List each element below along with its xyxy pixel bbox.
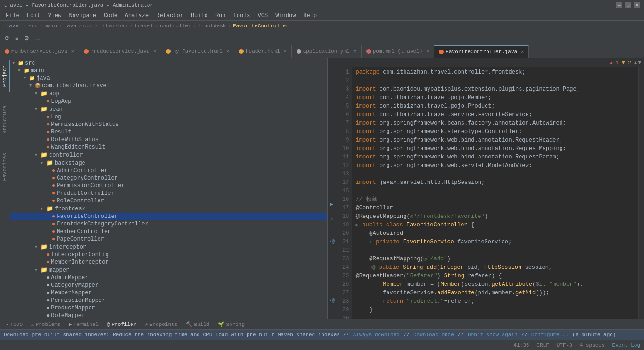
bottom-tab-endpoints[interactable]: ⚡ Endpoints xyxy=(141,320,181,328)
tree-node-productmapper[interactable]: ▶ ● ProductMapper xyxy=(10,304,327,312)
tree-node-productcontroller[interactable]: ▶ ● ProductController xyxy=(10,190,327,197)
bottom-tab-problems[interactable]: ⚠ Problems xyxy=(27,320,64,328)
tree-node-java[interactable]: ▼ 📁 java xyxy=(10,75,327,82)
download-once-link[interactable]: Download once xyxy=(413,332,454,338)
menu-item-window[interactable]: Window xyxy=(272,11,299,20)
bottom-tab-terminal[interactable]: ▶ Terminal xyxy=(65,320,102,328)
tree-node-pagecontroller[interactable]: ▶ ● PageController xyxy=(10,235,327,243)
tree-node-interceptor[interactable]: ▼ 📁 interceptor xyxy=(10,243,327,251)
tab-close-application[interactable]: ✕ xyxy=(354,49,356,54)
tree-node-membermapper[interactable]: ▶ ● MemberMapper xyxy=(10,289,327,297)
tree-node-rolemapper[interactable]: ▶ ● RoleMapper xyxy=(10,312,327,319)
code-line-10: import org.springframework.web.bind.anno… xyxy=(356,144,635,153)
tab-close-memberservice[interactable]: ✕ xyxy=(71,49,74,54)
menu-item-tools[interactable]: Tools xyxy=(230,11,254,20)
configure-link[interactable]: Configure... xyxy=(531,332,569,338)
tree-node-main[interactable]: ▼ 📁 main xyxy=(10,67,327,75)
tree-node-categorymapper[interactable]: ▶ ● CategoryMapper xyxy=(10,282,327,289)
tree-node-backstage[interactable]: ▼ 📁 backstage xyxy=(10,159,327,167)
tree-node-log[interactable]: ▶ ● Log xyxy=(10,113,327,121)
menu-item-help[interactable]: Help xyxy=(299,11,321,20)
tab-label-productservice: ProductService.java xyxy=(91,49,149,54)
bottom-tab-profiler[interactable]: @ Profiler xyxy=(103,321,140,328)
bottom-tab-spring[interactable]: 🌱 Spring xyxy=(214,320,248,328)
tree-node-rolewithstatus[interactable]: ▶ ● RoleWithStatus xyxy=(10,136,327,143)
minimize-button[interactable]: ─ xyxy=(616,2,622,8)
menu-item-refactor[interactable]: Refactor xyxy=(152,11,187,20)
menu-item-analyze[interactable]: Analyze xyxy=(121,11,152,20)
tab-header[interactable]: header.html ✕ xyxy=(234,45,292,58)
tree-node-frontdeskcategory[interactable]: ▶ ● FrontdeskCategoryController xyxy=(10,220,327,228)
breadcrumb-frontdesk[interactable]: frontdesk xyxy=(198,23,226,29)
tree-node-src[interactable]: ▼ 📁 src xyxy=(10,59,327,67)
bottom-tab-todo[interactable]: ✓ TODO xyxy=(2,320,26,328)
sync-button[interactable]: ⟳ xyxy=(3,34,11,42)
tree-node-adminmapper[interactable]: ▶ ● AdminMapper xyxy=(10,274,327,282)
tree-node-com[interactable]: ▼ 📦 com.itbaizhan.travel xyxy=(10,82,327,90)
breadcrumb-itbaizhan[interactable]: itbaizhan xyxy=(99,23,127,29)
menu-item-code[interactable]: Code xyxy=(100,11,121,20)
menu-item-vcs[interactable]: VCS xyxy=(254,11,272,20)
scroll-down-btn[interactable]: ▼ xyxy=(638,60,641,66)
tab-pomxml[interactable]: pom.xml (travel) ✕ xyxy=(362,45,435,58)
always-download-link[interactable]: Always download xyxy=(353,332,400,338)
close-button[interactable]: ✕ xyxy=(634,2,640,8)
menu-item-run[interactable]: Run xyxy=(212,11,230,20)
tree-node-membercontroller[interactable]: ▶ ● MemberController xyxy=(10,228,327,235)
collapse-button[interactable]: ≡ xyxy=(13,34,20,42)
menu-item-edit[interactable]: Edit xyxy=(23,11,44,20)
tree-node-frontdesk[interactable]: ▼ 📁 frontdesk xyxy=(10,205,327,213)
tree-node-logaop[interactable]: ▶ ● LogAop xyxy=(10,98,327,105)
tree-node-wangeditorresult[interactable]: ▶ ● WangEditorResult xyxy=(10,143,327,151)
tree-node-permissionmapper[interactable]: ▶ ● PermissionMapper xyxy=(10,297,327,304)
maximize-button[interactable]: □ xyxy=(625,2,631,8)
tab-application[interactable]: application.yml ✕ xyxy=(292,45,362,58)
tab-close-myfavorite[interactable]: ✕ xyxy=(226,49,229,54)
tree-node-permissionwithstatus[interactable]: ▶ ● PermissionWithStatus xyxy=(10,121,327,128)
tab-close-pomxml[interactable]: ✕ xyxy=(426,49,429,54)
tree-node-result[interactable]: ▶ ● Result xyxy=(10,128,327,136)
side-tab-project[interactable]: Project xyxy=(0,60,10,92)
breadcrumb-main[interactable]: main xyxy=(45,23,57,29)
tree-node-controller[interactable]: ▼ 📁 controller xyxy=(10,151,327,159)
more-button[interactable]: … xyxy=(33,34,42,42)
side-tab-structure[interactable]: Structure xyxy=(0,101,10,138)
scroll-up-btn[interactable]: ▲ xyxy=(634,60,637,66)
dont-show-link[interactable]: Don't show again xyxy=(468,332,518,338)
tab-favoritecontroller[interactable]: FavoriteController.java ✕ xyxy=(434,45,529,58)
breadcrumb-src[interactable]: src xyxy=(28,23,38,29)
java-icon-rws: ● xyxy=(46,136,50,143)
breadcrumb-com[interactable]: com xyxy=(83,23,93,29)
tree-node-bean[interactable]: ▼ 📁 bean xyxy=(10,105,327,113)
event-log-link[interactable]: Event Log xyxy=(612,342,640,348)
tab-productservice[interactable]: ProductService.java ✕ xyxy=(79,45,161,58)
tree-node-interceptorconfig[interactable]: ▶ ● InterceptorConfig xyxy=(10,251,327,258)
settings-button[interactable]: ⚙ xyxy=(22,34,31,42)
tree-node-aop[interactable]: ▼ 📁 aop xyxy=(10,90,327,98)
menu-item-file[interactable]: File xyxy=(2,11,23,20)
tab-close-header[interactable]: ✕ xyxy=(284,49,287,54)
tab-memberservice[interactable]: MemberService.java ✕ xyxy=(0,45,79,58)
bottom-tab-build[interactable]: 🔨 Build xyxy=(182,320,213,328)
tab-close-productservice[interactable]: ✕ xyxy=(153,49,156,54)
breadcrumb-favoritecontroller[interactable]: FavoriteController xyxy=(233,23,289,29)
java-icon-catmap: ● xyxy=(46,282,50,289)
tree-node-permissioncontroller[interactable]: ▶ ● PermissionController xyxy=(10,182,327,190)
breadcrumb-travel2[interactable]: travel xyxy=(134,23,153,29)
tree-node-admincontroller[interactable]: ▶ ● AdminController xyxy=(10,167,327,175)
tree-node-mapper[interactable]: ▼ 📁 mapper xyxy=(10,266,327,274)
side-tab-favorites[interactable]: Favorites xyxy=(0,148,10,185)
tree-node-favoritecontroller[interactable]: ▶ ● FavoriteController xyxy=(10,213,327,220)
breadcrumb-travel[interactable]: travel xyxy=(3,23,22,29)
menu-item-view[interactable]: View xyxy=(44,11,66,20)
tree-node-rolecontroller[interactable]: ▶ ● RoleController xyxy=(10,197,327,205)
tab-close-favoritecontroller[interactable]: ✕ xyxy=(521,49,524,55)
menu-item-build[interactable]: Build xyxy=(187,11,212,20)
tree-node-memberinterceptor[interactable]: ▶ ● MemberInterceptor xyxy=(10,258,327,266)
tree-node-categorycontroller[interactable]: ▶ ● CategoryController xyxy=(10,175,327,182)
menu-item-navigate[interactable]: Navigate xyxy=(65,11,100,20)
breadcrumb-controller[interactable]: controller xyxy=(160,23,191,29)
code-editor[interactable]: package com.itbaizhan.travel.controller.… xyxy=(352,67,639,319)
breadcrumb-java[interactable]: java xyxy=(64,23,76,29)
tab-myfavorite[interactable]: my_favorite.html ✕ xyxy=(161,45,234,58)
